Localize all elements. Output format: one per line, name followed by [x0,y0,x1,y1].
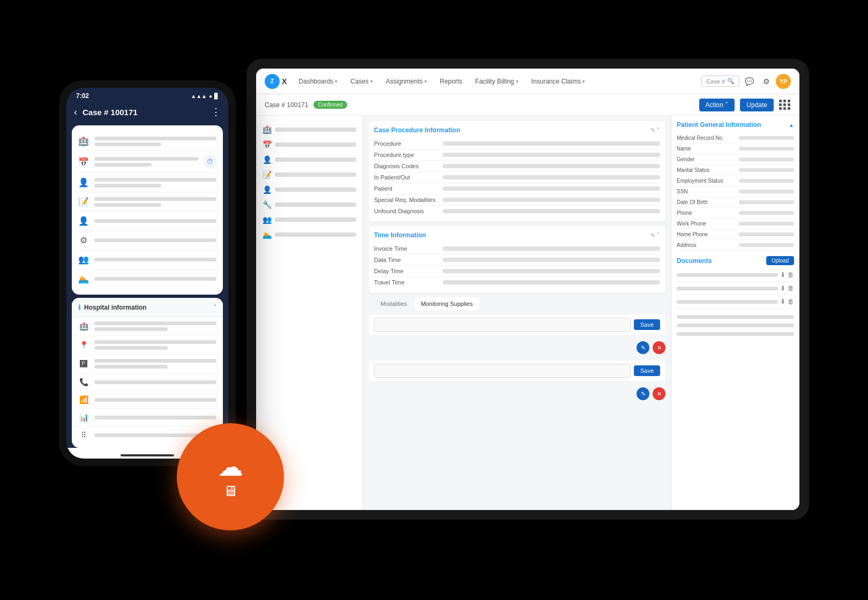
edit-button-1[interactable]: ✎ [637,341,649,354]
value-bar [443,175,660,179]
nav-item-dashboards[interactable]: Dashboards ▾ [293,74,343,88]
work-phone-row: Work Phone [677,219,794,229]
grid-view-button[interactable] [779,100,791,110]
delay-time-row: Delay Time [374,266,660,277]
tab-monitoring-supplies[interactable]: Monitoring Supplies [415,297,480,310]
edit-button-2[interactable]: ✎ [637,387,649,400]
doc-row-3: ⬇ 🗑 [677,295,794,309]
search-placeholder: Case # [706,78,725,85]
unfound-row: Unfound Diagnosis [374,206,660,216]
placeholder-line [275,128,356,132]
delete-doc-icon[interactable]: 🗑 [788,284,794,292]
phone-screen: 7:02 ▲▲▲ ● ▊ ‹ Case # 100171 ⋮ 🏥 [66,88,228,459]
phone-card-row-7: 👥 [78,250,216,269]
card-actions[interactable]: ✎ ˅ [650,127,660,134]
special-req-row: Special Req. Modalities [374,194,660,206]
patient-general-title: Patient General Information ▲ [677,121,794,129]
nav-item-assignments[interactable]: Assignments ▾ [380,74,432,88]
phone-time: 7:02 [76,92,89,100]
placeholder-line [275,218,356,222]
placeholder-line [94,359,216,363]
phone-status-icons: ▲▲▲ ● ▊ [191,93,219,99]
nav-item-insurance-claims[interactable]: Insurance Claims ▾ [526,74,591,88]
value-bar [443,186,660,191]
doc-placeholder-row [677,330,794,338]
more-options-button[interactable]: ⋮ [211,106,221,118]
placeholder-line [94,321,216,325]
settings-icon[interactable]: ⚙ [759,74,774,89]
back-button[interactable]: ‹ [74,107,77,118]
invoice-time-row: Invoice Time [374,243,660,254]
placeholder-line [275,158,356,162]
procedure-row: Procedure [374,138,660,149]
hospital-row-2: 📍 [72,336,223,355]
download-icon[interactable]: ⬇ [780,298,785,305]
case-search[interactable]: Case # 🔍 [701,76,739,87]
value-bar [739,243,794,247]
save-row-1: Save [369,314,665,335]
search-icon: 🔍 [727,78,735,85]
hospital-info-section: ℹ Hospital information ˅ 🏥 📍 [72,298,223,448]
download-icon[interactable]: ⬇ [780,284,785,292]
phone-lines [94,157,198,167]
placeholder-line [94,346,168,350]
phone-card-row-6: ⚙ [78,231,216,250]
value-bar [739,232,794,236]
right-panel: Patient General Information ▲ Medical Re… [671,116,799,510]
update-button[interactable]: Update [740,99,774,111]
download-icon[interactable]: ⬇ [780,271,785,279]
phone-card-row-8: 🏊 [78,269,216,288]
chevron-icon: ▾ [582,79,585,84]
gear-icon: ⚙ [78,235,89,245]
chevron-icon: ▾ [335,79,338,84]
nav-item-facility-billing[interactable]: Facility Billing ▾ [470,74,524,88]
nav-item-reports[interactable]: Reports [435,74,468,88]
phone-card-row-2: 📅 ⏱ [78,151,216,173]
doc-line [677,273,778,277]
delete-button-2[interactable]: ✕ [653,387,665,400]
sub-bar: Case # 100171 Confirmed Action ˅ Update [256,94,799,116]
placeholder-line [94,380,216,384]
left-row: 📝 [256,167,363,182]
wifi-icon: ▲▲▲ [191,93,207,99]
value-bar [739,200,794,204]
documents-title: Documents [677,257,712,265]
tab-modalities[interactable]: Modalities [374,297,414,310]
user-avatar[interactable]: YP [776,74,791,89]
phone-icon: 📞 [78,378,89,386]
placeholder-line [275,232,356,237]
nav-item-cases[interactable]: Cases ▾ [345,74,378,88]
nav-logo[interactable]: Z X [265,74,287,89]
phone-header: ‹ Case # 100171 ⋮ [66,102,228,122]
value-bar [739,222,794,226]
save-button-1[interactable]: Save [634,319,660,330]
phone-main-card: 🏥 📅 ⏱ 👤 [72,125,223,295]
sec-lines [94,359,216,369]
action-button[interactable]: Action ˅ [699,99,735,111]
upload-button[interactable]: Upload [766,256,794,265]
patient-row: Patient [374,183,660,194]
documents-header: Documents Upload [677,256,794,265]
card-actions[interactable]: ✎ ˅ [650,232,660,239]
input-field-2[interactable] [374,364,631,378]
value-bar [739,158,794,161]
action-row-1: ✎ ✕ [369,339,665,356]
save-button-2[interactable]: Save [634,365,660,376]
hospital-info-header[interactable]: ℹ Hospital information ˅ [72,298,223,317]
calendar-icon: 📅 [78,157,89,167]
location-icon: 📍 [78,341,89,349]
collapse-icon[interactable]: ▲ [789,122,794,128]
delete-doc-icon[interactable]: 🗑 [788,298,794,305]
delete-button-1[interactable]: ✕ [653,341,665,354]
chat-icon[interactable]: 💬 [742,74,757,89]
placeholder-line [94,178,216,182]
placeholder-line [94,277,216,281]
phone-lines [94,219,216,223]
logo-circle: Z [265,74,280,89]
value-bar [443,153,660,157]
phone-card-row-5: 👤 [78,212,216,231]
clock-badge: ⏱ [204,155,216,168]
input-field-1[interactable] [374,318,631,332]
delete-doc-icon[interactable]: 🗑 [788,271,794,279]
phone-lines [94,238,216,242]
